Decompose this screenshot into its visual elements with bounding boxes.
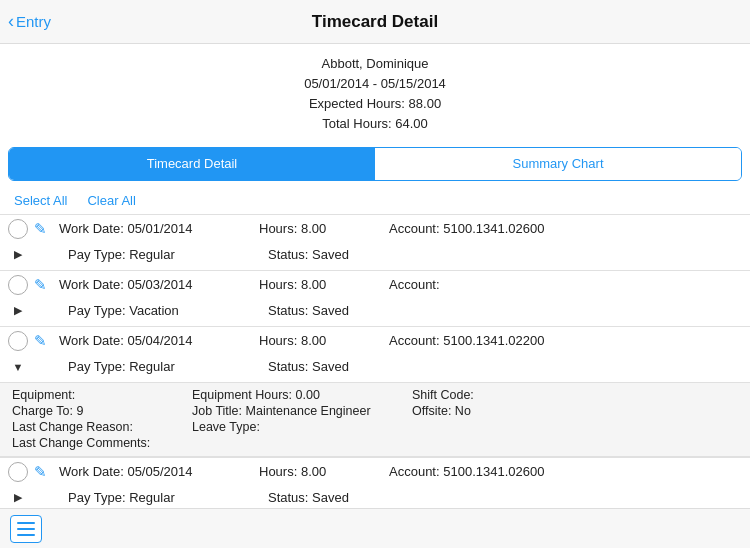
- menu-icon: [17, 534, 35, 536]
- select-circle[interactable]: [8, 331, 28, 351]
- menu-button[interactable]: [10, 515, 42, 543]
- menu-icon: [17, 522, 35, 524]
- menu-icon: [17, 528, 35, 530]
- select-circle[interactable]: [8, 219, 28, 239]
- header: ‹ Entry Timecard Detail: [0, 0, 750, 44]
- entry-main-row: ✎ Work Date: 05/04/2014 Hours: 8.00 Acco…: [0, 327, 750, 355]
- employee-expected-hours: Expected Hours: 88.00: [0, 94, 750, 114]
- expand-button[interactable]: ▶: [8, 488, 28, 508]
- back-button[interactable]: ‹ Entry: [8, 11, 51, 32]
- expand-button[interactable]: ▶: [8, 245, 28, 265]
- bottom-toolbar: [0, 508, 750, 548]
- list-item: ✎ Work Date: 05/05/2014 Hours: 8.00 Acco…: [0, 457, 750, 513]
- edit-button[interactable]: ✎: [34, 463, 47, 481]
- entry-main-row: ✎ Work Date: 05/05/2014 Hours: 8.00 Acco…: [0, 458, 750, 486]
- edit-button[interactable]: ✎: [34, 220, 47, 238]
- entry-sub-row: ▶ Pay Type: Regular Status: Saved: [0, 243, 750, 270]
- tab-summary-chart[interactable]: Summary Chart: [375, 148, 741, 180]
- entry-sub-row: ▶ Pay Type: Vacation Status: Saved: [0, 299, 750, 326]
- tab-bar: Timecard Detail Summary Chart: [8, 147, 742, 181]
- back-chevron-icon: ‹: [8, 11, 14, 32]
- entry-main-row: ✎ Work Date: 05/03/2014 Hours: 8.00 Acco…: [0, 271, 750, 299]
- select-circle[interactable]: [8, 462, 28, 482]
- employee-name: Abbott, Dominique: [0, 54, 750, 74]
- list-item: ✎ Work Date: 05/04/2014 Hours: 8.00 Acco…: [0, 326, 750, 457]
- edit-button[interactable]: ✎: [34, 332, 47, 350]
- expand-button[interactable]: ▶: [8, 301, 28, 321]
- select-circle[interactable]: [8, 275, 28, 295]
- action-row: Select All Clear All: [0, 189, 750, 214]
- back-label: Entry: [16, 13, 51, 30]
- page-title: Timecard Detail: [312, 12, 438, 32]
- list-item: ✎ Work Date: 05/01/2014 Hours: 8.00 Acco…: [0, 214, 750, 270]
- tab-timecard-detail[interactable]: Timecard Detail: [9, 148, 375, 180]
- entry-main-row: ✎ Work Date: 05/01/2014 Hours: 8.00 Acco…: [0, 215, 750, 243]
- employee-total-hours: Total Hours: 64.00: [0, 114, 750, 134]
- select-all-button[interactable]: Select All: [14, 193, 67, 208]
- edit-button[interactable]: ✎: [34, 276, 47, 294]
- entry-sub-row: ▼ Pay Type: Regular Status: Saved: [0, 355, 750, 382]
- clear-all-button[interactable]: Clear All: [87, 193, 135, 208]
- employee-date-range: 05/01/2014 - 05/15/2014: [0, 74, 750, 94]
- timecard-list: ✎ Work Date: 05/01/2014 Hours: 8.00 Acco…: [0, 214, 750, 548]
- collapse-button[interactable]: ▼: [8, 357, 28, 377]
- list-item: ✎ Work Date: 05/03/2014 Hours: 8.00 Acco…: [0, 270, 750, 326]
- employee-info: Abbott, Dominique 05/01/2014 - 05/15/201…: [0, 44, 750, 143]
- entry-detail-panel: Equipment: Equipment Hours: 0.00 Shift C…: [0, 382, 750, 457]
